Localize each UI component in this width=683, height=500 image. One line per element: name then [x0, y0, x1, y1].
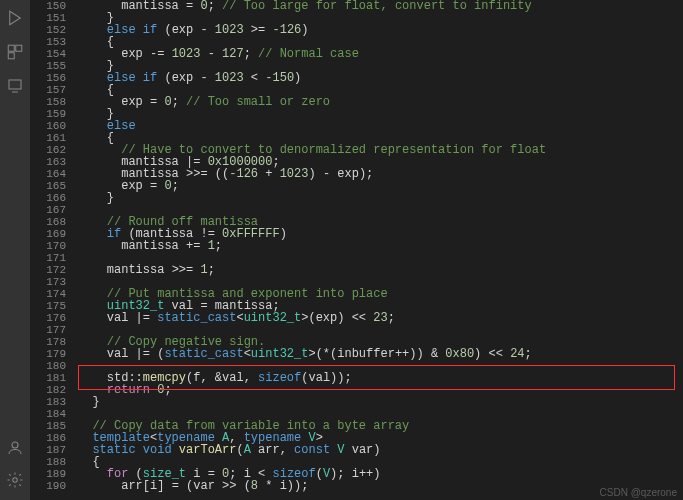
line-number: 150 [30, 0, 66, 12]
line-number-gutter: 1501511521531541551561571581591601611621… [30, 0, 78, 500]
code-line[interactable]: mantissa = 0; // Too large for float, co… [78, 0, 683, 12]
line-number: 176 [30, 312, 66, 324]
line-number: 174 [30, 288, 66, 300]
code-line[interactable]: } [78, 108, 683, 120]
settings-gear-icon[interactable] [3, 468, 27, 492]
line-number: 156 [30, 72, 66, 84]
line-number: 177 [30, 324, 66, 336]
line-number: 166 [30, 192, 66, 204]
code-line[interactable]: mantissa += 1; [78, 240, 683, 252]
code-line[interactable]: } [78, 396, 683, 408]
code-editor[interactable]: 1501511521531541551561571581591601611621… [30, 0, 683, 500]
line-number: 179 [30, 348, 66, 360]
code-area[interactable]: mantissa = 0; // Too large for float, co… [78, 0, 683, 500]
svg-rect-1 [16, 45, 22, 51]
line-number: 188 [30, 456, 66, 468]
line-number: 178 [30, 336, 66, 348]
line-number: 155 [30, 60, 66, 72]
line-number: 154 [30, 48, 66, 60]
line-number: 165 [30, 180, 66, 192]
source-control-icon[interactable] [3, 74, 27, 98]
line-number: 163 [30, 156, 66, 168]
run-debug-icon[interactable] [3, 6, 27, 30]
line-number: 161 [30, 132, 66, 144]
code-line[interactable]: exp = 0; // Too small or zero [78, 96, 683, 108]
svg-point-4 [12, 442, 18, 448]
line-number: 175 [30, 300, 66, 312]
watermark-text: CSDN @qzerone [600, 487, 677, 498]
accounts-icon[interactable] [3, 436, 27, 460]
line-number: 162 [30, 144, 66, 156]
line-number: 157 [30, 84, 66, 96]
line-number: 169 [30, 228, 66, 240]
code-line[interactable]: static void varToArr(A arr, const V var) [78, 444, 683, 456]
code-line[interactable]: exp = 0; [78, 180, 683, 192]
line-number: 167 [30, 204, 66, 216]
svg-rect-2 [8, 53, 14, 59]
line-number: 172 [30, 264, 66, 276]
svg-rect-0 [8, 45, 14, 51]
line-number: 151 [30, 12, 66, 24]
code-line[interactable]: return 0; [78, 384, 683, 396]
line-number: 180 [30, 360, 66, 372]
code-line[interactable]: mantissa >>= 1; [78, 264, 683, 276]
code-line[interactable]: else if (exp - 1023 < -150) [78, 72, 683, 84]
line-number: 173 [30, 276, 66, 288]
line-number: 170 [30, 240, 66, 252]
line-number: 181 [30, 372, 66, 384]
code-line[interactable]: else [78, 120, 683, 132]
code-line[interactable]: arr[i] = (var >> (8 * i)); [78, 480, 683, 492]
line-number: 152 [30, 24, 66, 36]
line-number: 189 [30, 468, 66, 480]
line-number: 190 [30, 480, 66, 492]
line-number: 158 [30, 96, 66, 108]
svg-rect-3 [9, 80, 21, 89]
line-number: 185 [30, 420, 66, 432]
line-number: 184 [30, 408, 66, 420]
line-number: 187 [30, 444, 66, 456]
line-number: 160 [30, 120, 66, 132]
code-line[interactable]: val |= (static_cast<uint32_t>(*(inbuffer… [78, 348, 683, 360]
code-line[interactable]: else if (exp - 1023 >= -126) [78, 24, 683, 36]
code-line[interactable]: exp -= 1023 - 127; // Normal case [78, 48, 683, 60]
line-number: 164 [30, 168, 66, 180]
code-line[interactable]: val |= static_cast<uint32_t>(exp) << 23; [78, 312, 683, 324]
line-number: 159 [30, 108, 66, 120]
line-number: 168 [30, 216, 66, 228]
extensions-icon[interactable] [3, 40, 27, 64]
code-line[interactable]: } [78, 192, 683, 204]
line-number: 186 [30, 432, 66, 444]
line-number: 153 [30, 36, 66, 48]
line-number: 183 [30, 396, 66, 408]
line-number: 171 [30, 252, 66, 264]
line-number: 182 [30, 384, 66, 396]
svg-point-5 [13, 478, 18, 483]
activity-bar [0, 0, 30, 500]
